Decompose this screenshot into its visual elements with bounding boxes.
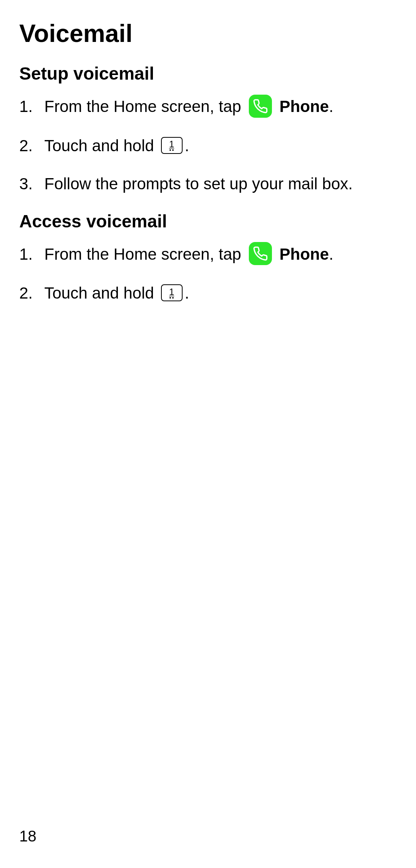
keypad-1-icon: 1 bbox=[161, 284, 183, 301]
step-suffix: . bbox=[185, 284, 190, 302]
voicemail-dots-icon bbox=[169, 149, 174, 151]
voicemail-dots-icon bbox=[169, 297, 174, 299]
setup-step-3: Follow the prompts to set up your mail b… bbox=[19, 173, 397, 195]
key-number: 1 bbox=[169, 140, 174, 149]
access-steps-list: From the Home screen, tap Phone. Touch a… bbox=[19, 243, 397, 305]
section-title-access: Access voicemail bbox=[19, 211, 397, 232]
setup-steps-list: From the Home screen, tap Phone. Touch a… bbox=[19, 95, 397, 195]
step-text: Touch and hold bbox=[44, 137, 159, 155]
phone-icon bbox=[249, 242, 272, 265]
keypad-1-icon: 1 bbox=[161, 137, 183, 154]
step-text: From the Home screen, tap bbox=[44, 97, 246, 115]
phone-icon bbox=[249, 95, 272, 118]
setup-step-2: Touch and hold 1 . bbox=[19, 135, 397, 157]
step-suffix: . bbox=[329, 97, 334, 115]
access-step-1: From the Home screen, tap Phone. bbox=[19, 243, 397, 267]
key-number: 1 bbox=[169, 287, 174, 297]
step-text: From the Home screen, tap bbox=[44, 245, 246, 263]
step-suffix: . bbox=[329, 245, 334, 263]
step-text: Touch and hold bbox=[44, 284, 159, 302]
access-step-2: Touch and hold 1 . bbox=[19, 282, 397, 305]
phone-label: Phone bbox=[280, 97, 329, 115]
section-title-setup: Setup voicemail bbox=[19, 63, 397, 84]
page-title: Voicemail bbox=[19, 19, 397, 48]
setup-step-1: From the Home screen, tap Phone. bbox=[19, 95, 397, 119]
phone-label: Phone bbox=[280, 245, 329, 263]
step-text: Follow the prompts to set up your mail b… bbox=[44, 175, 353, 193]
page-number: 18 bbox=[19, 828, 37, 845]
step-suffix: . bbox=[185, 137, 190, 155]
